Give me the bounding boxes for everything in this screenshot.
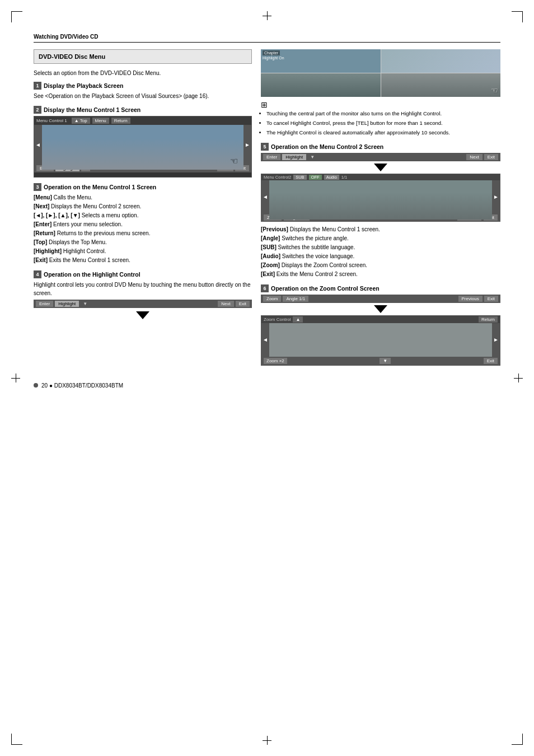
- highlight-control-bar: Enter Highlight ▼ Next Exit: [34, 300, 252, 308]
- mc2-right-btn[interactable]: ►: [492, 180, 500, 214]
- down-arrow-shape: [136, 311, 149, 319]
- right-column: Chapter Highlight On ☜ ⊞ Touching the ce…: [261, 49, 500, 371]
- note-icon: ⊞: [261, 100, 268, 109]
- desc5-audio: [Audio] Switches the voice language.: [261, 252, 500, 261]
- mc2-highlight-btn[interactable]: Highlight: [282, 154, 306, 160]
- zoom-up-btn[interactable]: ▲: [293, 316, 303, 323]
- step-4-section: 4 Operation on the Highlight Control Hig…: [34, 270, 252, 319]
- section-title: DVD-VIDEO Disc Menu: [39, 53, 105, 60]
- zoom-video-area: [269, 323, 492, 357]
- chapter-touch-icon: ☜: [491, 86, 498, 95]
- note-2: To cancel Highlight Control, press the […: [266, 119, 500, 127]
- step-4-label: Operation on the Highlight Control: [44, 271, 140, 278]
- step-3-label: Operation on the Menu Control 1 Screen: [44, 184, 156, 190]
- left-column: DVD-VIDEO Disc Menu Selects an option fr…: [34, 49, 252, 371]
- step-4-num: 4: [34, 270, 41, 278]
- step6-down-arrow: [261, 305, 500, 313]
- section-box: DVD-VIDEO Disc Menu: [34, 49, 252, 64]
- step-5-label: Operation on the Menu Control 2 Screen: [271, 143, 383, 150]
- chapter-cell-tl: Chapter Highlight On: [261, 49, 381, 73]
- mc2-next2-btn[interactable]: Next: [466, 154, 482, 160]
- mc2-audio-badge[interactable]: Audio: [324, 175, 339, 180]
- mc2-sub-badge[interactable]: SUB: [293, 175, 306, 180]
- hc-v-indicator: ▼: [81, 301, 90, 307]
- step-5-desc: [Previous] Displays the Menu Control 1 s…: [261, 225, 500, 279]
- touch-icon: ☜: [230, 156, 238, 166]
- desc5-exit: [Exit] Exits the Menu Control 2 screen.: [261, 270, 500, 279]
- hc-highlight-btn[interactable]: Highlight: [55, 301, 79, 307]
- hc-enter-btn[interactable]: Enter: [36, 301, 53, 307]
- desc5-sub: [SUB] Switches the subtitle language.: [261, 243, 500, 252]
- desc-highlight: [Highlight] Highlight Control.: [34, 247, 252, 256]
- top-btn[interactable]: ▲ Top: [72, 118, 90, 124]
- step-5-section: 5 Operation on the Menu Control 2 Screen…: [261, 143, 500, 279]
- desc5-previous: [Previous] Displays the Menu Control 1 s…: [261, 225, 500, 234]
- note-1: Touching the central part of the monitor…: [266, 109, 500, 118]
- chapter-cell-br: ☜: [381, 73, 501, 97]
- desc5-angle: [Angle] Switches the picture angle.: [261, 234, 500, 243]
- zoom-control-screen: Zoom Control ▲ Return ◄ ► Zoom ×2 ▼: [261, 315, 500, 366]
- step-1-title: 1 Display the Playback Screen: [34, 82, 252, 90]
- menu-control-2-screen: Menu Control2 SUB OFF Audio 1/1 ◄ ► Zoom…: [261, 174, 500, 222]
- zoom-init-angle[interactable]: Angle 1/1: [283, 296, 308, 302]
- desc-menu: [Menu] Calls the Menu.: [34, 193, 252, 202]
- page-header: Watching DVD/Video CD: [34, 34, 500, 43]
- mc2-left-btn[interactable]: ◄: [261, 180, 269, 214]
- mc2-title: Menu Control2: [264, 175, 291, 180]
- zoom-init-previous[interactable]: Previous: [458, 296, 483, 302]
- mc2-ratio: 1/1: [341, 175, 347, 180]
- zoom-down-btn[interactable]: ▼: [380, 358, 391, 364]
- zoom-init-exit[interactable]: Exit: [484, 296, 498, 302]
- step-1-label: Display the Playback Screen: [44, 82, 123, 89]
- menu-bar-title: Menu Control 1: [36, 118, 67, 123]
- zoom-right-btn[interactable]: ►: [492, 323, 500, 357]
- chapter-label: Chapter: [263, 50, 280, 55]
- notes-section: ⊞ Touching the central part of the monit…: [261, 100, 500, 137]
- mc2-video-display: [269, 180, 492, 220]
- right-arrow-btn[interactable]: ►: [243, 125, 251, 164]
- zoom-return-btn[interactable]: Return: [479, 316, 498, 323]
- step-1-num: 1: [34, 82, 41, 90]
- zoom-exit-btn[interactable]: Exit: [484, 358, 498, 364]
- left-arrow-btn[interactable]: ◄: [34, 125, 42, 164]
- menu-btn[interactable]: Menu: [92, 118, 109, 124]
- step-5-num: 5: [261, 143, 269, 151]
- chapter-cell-bl: [261, 73, 381, 97]
- mc2-off-badge[interactable]: OFF: [309, 175, 322, 180]
- step-3-num: 3: [34, 183, 41, 191]
- step-3-title: 3 Operation on the Menu Control 1 Screen: [34, 183, 252, 191]
- section-intro: Selects an option from the DVD-VIDEO Dis…: [34, 69, 252, 77]
- note-3: The Highlight Control is cleared automat…: [266, 128, 500, 137]
- zoom-control-title: Zoom Control: [264, 317, 291, 322]
- step-4-title: 4 Operation on the Highlight Control: [34, 270, 252, 278]
- step-3-desc: [Menu] Calls the Menu. [Next] Displays t…: [34, 193, 252, 265]
- desc-exit: [Exit] Exits the Menu Control 1 screen.: [34, 256, 252, 265]
- step5-arrow-shape: [374, 164, 387, 171]
- zoom-label: Zoom ×2: [264, 358, 287, 364]
- desc-enter: [Enter] Enters your menu selection.: [34, 220, 252, 229]
- step-6-section: 6 Operation on the Zoom Control Screen Z…: [261, 284, 500, 366]
- highlight-on-label: Highlight On: [263, 56, 284, 60]
- zoom-main-display: ◄ ►: [261, 323, 500, 357]
- step-1-text: See <Operation on the Playback Screen of…: [34, 92, 252, 100]
- step-6-num: 6: [261, 284, 269, 292]
- down-arrow-indicator: [34, 311, 252, 319]
- hc-next-btn[interactable]: Next: [218, 301, 233, 307]
- step-2-label: Display the Menu Control 1 Screen: [44, 106, 140, 113]
- zoom-init-zoom[interactable]: Zoom: [263, 296, 281, 302]
- return-btn[interactable]: Return: [111, 118, 130, 124]
- hc-exit-btn[interactable]: Exit: [236, 301, 250, 307]
- content-area: DVD-VIDEO Disc Menu Selects an option fr…: [34, 49, 500, 371]
- notes-list: Touching the central part of the monitor…: [261, 109, 500, 137]
- page-footer: 20 ● DDX8034BT/DDX8034BTM: [34, 382, 500, 389]
- mc2-exit2-btn[interactable]: Exit: [484, 154, 498, 160]
- step-2-section: 2 Display the Menu Control 1 Screen Menu…: [34, 106, 252, 178]
- mc2-enter-btn[interactable]: Enter: [263, 154, 280, 160]
- mc2-top-bar-initial: Enter Highlight ▼ Next Exit: [261, 153, 500, 161]
- desc-arrows: [◄], [►], [▲], [▼] Selects a menu option…: [34, 211, 252, 220]
- desc-return: [Return] Returns to the previous menu sc…: [34, 229, 252, 238]
- zoom-left-btn[interactable]: ◄: [261, 323, 269, 357]
- desc-next: [Next] Displays the Menu Control 2 scree…: [34, 202, 252, 211]
- step-3-section: 3 Operation on the Menu Control 1 Screen…: [34, 183, 252, 265]
- menu-top-bar: Menu Control 1 ▲ Top Menu Return: [34, 116, 251, 125]
